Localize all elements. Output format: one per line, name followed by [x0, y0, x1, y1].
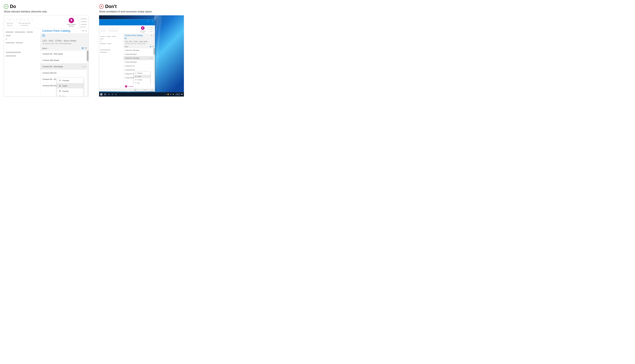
taskpane-title: Contoso Parts Catalog [125, 34, 143, 36]
list-item[interactable]: Contoso 60 - 65w Equal • • • [124, 56, 155, 60]
list-view-icon[interactable] [82, 47, 84, 49]
close-button[interactable]: ✕ [150, 19, 155, 23]
hamburger-icon[interactable] [40, 33, 89, 38]
more-icon[interactable]: • • • [82, 66, 87, 68]
dont-subtext: Show unrelated UI and excessive empty sp… [99, 10, 189, 13]
tray-network-icon[interactable]: 📶 [167, 94, 169, 95]
svg-point-7 [60, 91, 61, 91]
column-header[interactable]: Name ↓ [124, 45, 155, 48]
maximize-button[interactable]: ☐ [146, 19, 150, 23]
svg-point-14 [136, 73, 136, 74]
menu-format[interactable]: Format [134, 78, 150, 82]
ribbon-addin-label-1: Parts Catalog [140, 30, 146, 32]
ribbon-addin-label-2: Contoso [69, 25, 74, 27]
start-button[interactable] [100, 93, 102, 96]
tray-icon[interactable]: ☐ [165, 94, 166, 95]
svg-rect-0 [85, 47, 86, 48]
list-item[interactable]: Contoso 60 - 65w Equal [124, 48, 155, 52]
filter-subtitle: 16 results in LED - R30 - 60-65 Watt Equ… [42, 43, 87, 44]
close-icon[interactable]: ✕ [153, 35, 154, 36]
pin-icon [59, 95, 61, 96]
lightbulb-icon [141, 26, 144, 30]
action-center-icon[interactable]: 💬 [181, 94, 183, 95]
menu-insert[interactable]: Insert [134, 75, 150, 78]
view-mode-button[interactable] [137, 89, 139, 91]
menu-format[interactable]: Format [57, 88, 83, 94]
list-item[interactable]: Contoso 85w Equal [40, 57, 89, 64]
svg-rect-12 [153, 47, 154, 47]
tabstrip [99, 23, 155, 25]
ribbon: Parts CatalogContoso [4, 16, 89, 28]
svg-rect-3 [86, 48, 87, 49]
grid-view-icon[interactable] [85, 47, 87, 49]
ribbon-addin-button[interactable]: Parts CatalogContoso [139, 26, 146, 33]
chevron-down-icon[interactable]: ▼ [151, 35, 152, 36]
filter-summary: LED - R30 - 2700K - Warm White 16 result… [40, 38, 89, 46]
filter-subtitle: 16 results in LED - R30 - 60-65 Watt Equ… [125, 43, 153, 44]
tray-chevron-icon[interactable]: ^ [164, 94, 164, 95]
scrollbar[interactable] [87, 51, 89, 96]
taskpane-title: Contoso Parts Catalog [42, 29, 70, 32]
titlebar: ─ ☐ ✕ [99, 19, 155, 23]
task-pane: Contoso Parts Catalog ▼ ✕ LED - R30 - 27… [124, 34, 155, 88]
taskbar: ^ ☐ 📶 🔊 ⌨ 6:30 AM 7/30/2015 💬 [99, 92, 184, 96]
results-list: Contoso 60 - 65w Equal Contoso 85w Equal… [124, 48, 155, 84]
menu-pin[interactable]: Pin [134, 82, 150, 84]
menu-preview[interactable]: Preview [57, 78, 83, 83]
insert-icon [59, 84, 61, 87]
taskbar-app-icon[interactable] [104, 93, 106, 96]
minimize-button[interactable]: ─ [142, 19, 146, 23]
zoom-slider[interactable] [141, 90, 149, 90]
svg-point-5 [60, 80, 60, 81]
list-item[interactable]: Contoso 60 - 65 [124, 64, 155, 68]
menu-pin[interactable]: Pin [57, 94, 83, 96]
zoom-out-button[interactable]: − [140, 90, 140, 91]
ribbon-group-placeholder [107, 28, 119, 31]
svg-point-8 [59, 91, 60, 92]
view-mode-button[interactable] [134, 89, 136, 91]
grid-view-icon[interactable] [152, 46, 154, 48]
list-item[interactable]: Contoso 85w Equal [124, 60, 155, 64]
view-mode-button[interactable] [132, 89, 134, 91]
ribbon-group-placeholder [78, 18, 87, 27]
list-item[interactable]: Contoso 60 - 65w Equal [40, 51, 89, 57]
svg-rect-11 [152, 47, 153, 47]
tray-keyboard-icon[interactable]: ⌨ [172, 94, 174, 95]
do-screenshot: Parts CatalogContoso [4, 15, 89, 96]
pin-icon [135, 82, 137, 84]
svg-rect-9 [152, 46, 153, 46]
hamburger-icon[interactable] [124, 37, 155, 40]
column-name-label: Name [125, 46, 128, 48]
ribbon-group-placeholder [147, 26, 154, 33]
taskbar-app-icon[interactable] [111, 94, 113, 95]
taskbar-app-icon[interactable] [115, 94, 117, 95]
close-icon[interactable]: ✕ [85, 30, 87, 32]
zoom-value[interactable]: 100% [151, 90, 154, 91]
insert-icon [135, 76, 137, 77]
zoom-in-button[interactable]: + [149, 90, 150, 91]
chevron-down-icon[interactable]: ▼ [82, 30, 84, 32]
context-menu: Preview Insert Format Pin [57, 78, 84, 96]
tray-volume-icon[interactable]: 🔊 [170, 94, 171, 95]
list-item[interactable]: Contoso 85w Eq [40, 70, 89, 76]
column-name-label: Name [42, 47, 47, 49]
dont-heading: Don't [105, 4, 117, 9]
ribbon-addin-button[interactable]: Parts CatalogContoso [67, 18, 76, 27]
scrollbar[interactable] [153, 48, 155, 84]
list-item[interactable]: Contoso 60 - 65w Equal • • • [40, 64, 89, 70]
do-heading: Do [10, 4, 16, 9]
menu-insert[interactable]: Insert [57, 83, 83, 88]
list-view-icon[interactable] [150, 46, 151, 48]
taskbar-app-icon[interactable] [108, 94, 110, 95]
ribbon-group-placeholder [16, 19, 33, 26]
more-icon[interactable]: • • • [150, 58, 153, 59]
column-header[interactable]: Name ↓ [40, 46, 89, 51]
filter-summary: LED - R30 - 2700K - Warm White 16 result… [124, 40, 155, 45]
svg-rect-2 [85, 48, 86, 49]
ribbon: Parts CatalogContoso [99, 25, 155, 34]
menu-preview[interactable]: Preview [134, 72, 150, 75]
ribbon-addin-label-1: Parts Catalog [67, 24, 76, 25]
system-clock[interactable]: 6:30 AM 7/30/2015 [175, 93, 180, 96]
eye-icon [59, 79, 61, 82]
list-item[interactable]: Contoso 85w Equal [124, 52, 155, 56]
